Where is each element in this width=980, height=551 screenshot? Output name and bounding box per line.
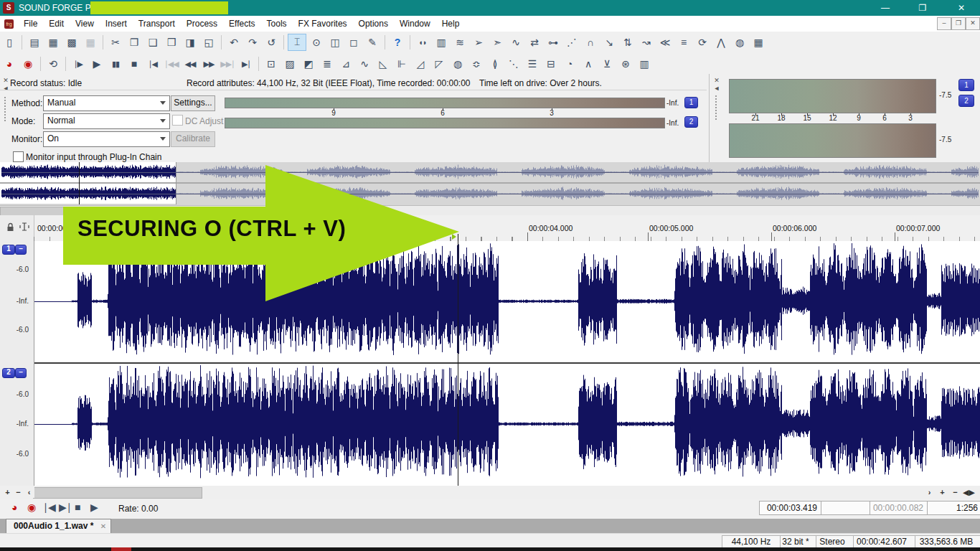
expand-vertical-icon[interactable]: ≬ [486, 56, 504, 72]
close-button[interactable]: ✕ [946, 0, 977, 16]
audio-repair-icon[interactable]: ⋀ [712, 34, 730, 50]
track-levels-icon[interactable]: ≡ [675, 34, 692, 50]
play-mini-icon[interactable]: ▶ [90, 501, 98, 513]
panel-grip[interactable] [4, 97, 9, 121]
forward-icon[interactable]: ▶▶ [200, 56, 217, 72]
zoom-out-time-button[interactable]: − [13, 487, 24, 498]
zoom-out-right-button[interactable]: − [950, 487, 961, 498]
zoom-selection-icon[interactable]: ↘ [600, 34, 618, 50]
open-file-icon[interactable]: ▤ [26, 34, 43, 50]
tab-close-icon[interactable]: ✕ [100, 522, 106, 530]
mode-dropdown[interactable]: Normal [43, 113, 170, 129]
zoom-in-time-button[interactable]: + [2, 487, 13, 498]
go-to-start-mini-icon[interactable]: ∣◀ [43, 501, 56, 513]
redo-icon[interactable]: ↷ [244, 34, 261, 50]
lock-icon[interactable] [6, 222, 14, 234]
raise-pitch-icon[interactable]: ∧ [580, 56, 597, 72]
restore-button[interactable]: ❐ [907, 0, 938, 16]
overview-scrollbar[interactable] [0, 206, 980, 216]
document-tab[interactable]: 000Audio 1_1.wav * ✕ [6, 519, 111, 534]
channel-separator[interactable] [0, 362, 980, 364]
selection-tool-icon[interactable]: ◻ [345, 34, 362, 50]
save-all-icon[interactable]: ▦ [82, 34, 99, 50]
pause-icon[interactable]: ▮▮ [107, 56, 124, 72]
spectral-tools-icon[interactable]: ◍ [731, 34, 748, 50]
record-channel-2-button[interactable]: 2 [684, 116, 698, 128]
rewind-icon[interactable]: ◀◀ [182, 56, 199, 72]
process-clock-icon[interactable]: ⊛ [617, 56, 634, 72]
settings-button[interactable]: Settings... [171, 95, 215, 111]
drop-marker-icon[interactable]: ⊻ [598, 56, 616, 72]
record-icon[interactable]: ◉ [19, 56, 37, 72]
menu-file[interactable]: File [18, 17, 43, 32]
remote-record-icon[interactable]: ◕ [1, 56, 18, 72]
paste-special-icon[interactable]: ❒ [163, 34, 180, 50]
stop-mini-icon[interactable]: ■ [75, 501, 80, 513]
waveform-display-icon[interactable]: ∿ [356, 56, 373, 72]
output-panel-grip[interactable] [715, 95, 720, 120]
output-meter-1[interactable] [729, 79, 936, 113]
menu-edit[interactable]: Edit [43, 17, 70, 32]
fade-envelope-icon[interactable]: ◺ [374, 56, 392, 72]
output-panel-close-icon[interactable]: ✕ [713, 77, 720, 84]
rewind-all-icon[interactable]: ∣◀◀ [163, 56, 180, 72]
fade-out-env-icon[interactable]: ◸ [430, 56, 448, 72]
zoom-fit-button[interactable]: ◀▶ [963, 487, 974, 498]
stop-icon[interactable]: ■ [126, 56, 143, 72]
pencil-tool-icon[interactable]: ✎ [364, 34, 381, 50]
scroll-left-button[interactable]: ‹ [24, 487, 34, 498]
fade-out-quick-icon[interactable]: ➣ [489, 34, 506, 50]
go-to-end-icon[interactable]: ▶∣ [237, 56, 255, 72]
output-channel-2-button[interactable]: 2 [958, 95, 974, 107]
undo-icon[interactable]: ↶ [225, 34, 242, 50]
delete-region-icon[interactable]: ⊟ [542, 56, 560, 72]
convert-format-icon[interactable]: ⟳ [694, 34, 711, 50]
paste-icon[interactable]: ❑ [144, 34, 161, 50]
compress-vertical-icon[interactable]: ≎ [468, 56, 485, 72]
repeat-icon[interactable]: ↺ [263, 34, 280, 50]
curve-edit-icon[interactable]: ↝ [638, 34, 655, 50]
minimize-button[interactable]: — [870, 0, 901, 16]
cut-icon[interactable]: ✂ [107, 34, 124, 50]
dither-icon[interactable]: ▨ [281, 56, 298, 72]
method-dropdown[interactable]: Manual [43, 95, 170, 111]
save-as-icon[interactable]: ▩ [63, 34, 80, 50]
mute-region-icon[interactable]: ◍ [449, 56, 466, 72]
mix-paste-icon[interactable]: ≪ [656, 34, 674, 50]
elapsed-time-icon[interactable]: ◔ [561, 56, 578, 72]
channel-2-button[interactable]: 2 [2, 368, 15, 378]
go-to-start-icon[interactable]: ∣◀ [144, 56, 161, 72]
menu-view[interactable]: View [70, 17, 100, 32]
cursor-position-box[interactable]: 00:00:03.419 [759, 501, 821, 515]
normalize-icon[interactable]: ⇅ [619, 34, 636, 50]
envelope-points-icon[interactable]: ⋱ [505, 56, 522, 72]
output-panel-pin-icon[interactable]: ◄ [713, 85, 720, 92]
paste-insert-icon[interactable]: ⊡ [263, 56, 280, 72]
calibrate-button[interactable]: Calibrate [171, 131, 215, 147]
zoom-ratio-box[interactable]: 1:256 [927, 501, 980, 515]
menu-effects[interactable]: Effects [223, 17, 260, 32]
monitor-dropdown[interactable]: On [43, 131, 170, 147]
channel-1-button[interactable]: 1 [2, 245, 15, 255]
doc-minimize[interactable]: – [937, 17, 951, 30]
envelope-tool-icon[interactable]: ∩ [582, 34, 599, 50]
resample-icon[interactable]: ≣ [319, 56, 336, 72]
menu-options[interactable]: Options [353, 17, 394, 32]
auto-ripple-icon[interactable]: ⊶ [545, 34, 562, 50]
play-icon[interactable]: ▶ [88, 56, 105, 72]
statistics-icon[interactable]: ⊿ [337, 56, 354, 72]
record-mini-icon[interactable]: ◉ [27, 501, 36, 513]
plugin-chain-checkbox[interactable] [13, 151, 24, 162]
menu-tools[interactable]: Tools [261, 17, 293, 32]
spectrum-analysis-icon[interactable]: ☰ [524, 56, 541, 72]
edit-tool-icon[interactable] [19, 222, 29, 234]
overview-waveform[interactable] [0, 162, 980, 206]
doc-restore[interactable]: ❐ [951, 17, 966, 30]
whats-this-help-icon[interactable]: ? [389, 34, 406, 50]
scroll-thumb[interactable] [33, 487, 202, 499]
marker-tool-icon[interactable]: ⊩ [393, 56, 410, 72]
forward-all-icon[interactable]: ▶▶∣ [219, 56, 236, 72]
paste-to-new-icon[interactable]: ◨ [182, 34, 199, 50]
plugin-manager-icon[interactable]: ▦ [750, 34, 767, 50]
selection-end-box[interactable]: 00:00:00.082 [870, 501, 928, 515]
